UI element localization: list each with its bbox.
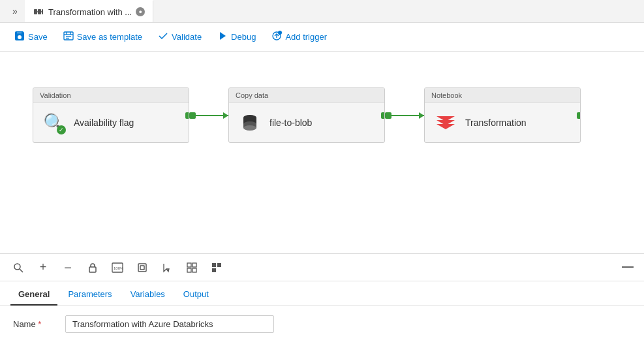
node-copy-label: file-to-blob <box>269 118 312 128</box>
blob-icon <box>238 111 262 134</box>
svg-rect-2 <box>42 9 43 14</box>
svg-point-20 <box>243 125 256 131</box>
zoom-out-tool[interactable]: − <box>60 260 76 275</box>
svg-line-25 <box>20 269 23 272</box>
node-copy-body: file-to-blob <box>229 103 384 142</box>
save-as-template-label: Save as template <box>77 32 142 42</box>
tab-variables[interactable]: Variables <box>123 284 173 306</box>
debug-button[interactable]: Debug <box>211 27 262 46</box>
databricks-icon <box>434 111 457 134</box>
debug-icon <box>217 31 228 43</box>
svg-marker-11 <box>220 32 226 40</box>
name-input[interactable] <box>65 315 274 333</box>
svg-rect-36 <box>217 263 221 267</box>
svg-rect-29 <box>138 264 146 272</box>
svg-rect-30 <box>140 266 144 270</box>
bottom-panel: General Parameters Variables Output Name… <box>0 281 644 361</box>
node-validation-body: 🔍 ✓ Availability flag <box>33 103 189 142</box>
arrow-head-2 <box>419 112 424 119</box>
select-tool[interactable] <box>159 260 175 275</box>
trigger-icon: + <box>271 31 282 43</box>
svg-point-24 <box>14 264 20 270</box>
template-icon <box>63 31 74 43</box>
nav-toggle[interactable]: » <box>5 0 25 23</box>
save-button[interactable]: Save <box>8 27 54 46</box>
node-notebook[interactable]: Notebook Transformation <box>424 87 581 143</box>
arrow-2 <box>385 115 424 116</box>
validate-label: Validate <box>172 32 202 42</box>
node-validation[interactable]: Validation 🔍 ✓ Availability flag <box>33 87 189 143</box>
zoom-in-tool[interactable]: + <box>35 260 51 275</box>
connector-start-2 <box>385 112 391 119</box>
tab-label: Transformation with ... <box>48 7 132 17</box>
layers-tool[interactable] <box>209 260 224 275</box>
canvas-area[interactable]: Validation 🔍 ✓ Availability flag Copy da… <box>0 52 644 254</box>
fit-canvas-tool[interactable] <box>134 260 150 275</box>
fit-page-tool[interactable]: 100% <box>110 260 125 275</box>
svg-rect-5 <box>64 32 73 40</box>
search-tool[interactable] <box>10 260 26 275</box>
svg-rect-34 <box>192 268 196 272</box>
required-star: * <box>38 319 41 329</box>
svg-text:100%: 100% <box>114 266 123 270</box>
arrange-tool[interactable] <box>184 260 200 275</box>
node-copy-header: Copy data <box>229 88 384 103</box>
add-trigger-label: Add trigger <box>285 32 327 42</box>
svg-rect-33 <box>187 268 191 272</box>
panel-content: Name * <box>0 306 644 342</box>
name-form-row: Name * <box>13 315 631 333</box>
connector-dot-right-n <box>577 112 581 119</box>
tab-general[interactable]: General <box>10 284 57 306</box>
svg-rect-26 <box>89 267 96 272</box>
minimize-button[interactable]: — <box>622 260 634 275</box>
tab-bar: » Transformation with ... ● <box>0 0 644 23</box>
toolbar: Save Save as template Validate <box>0 23 644 52</box>
arrow-head-1 <box>223 112 228 119</box>
node-validation-label: Availability flag <box>74 118 134 128</box>
debug-label: Debug <box>231 32 256 42</box>
node-notebook-header: Notebook <box>425 88 580 103</box>
connector-start-1 <box>189 112 196 119</box>
validate-icon <box>158 31 168 43</box>
svg-rect-1 <box>38 9 41 14</box>
check-badge: ✓ <box>57 125 66 134</box>
panel-tabs: General Parameters Variables Output <box>0 281 644 306</box>
svg-rect-37 <box>212 268 216 272</box>
node-validation-header: Validation <box>33 88 189 103</box>
name-label: Name * <box>13 319 52 329</box>
tab-parameters[interactable]: Parameters <box>60 284 119 306</box>
pipeline-container: Validation 🔍 ✓ Availability flag Copy da… <box>33 87 581 143</box>
add-trigger-button[interactable]: + Add trigger <box>265 27 333 46</box>
node-notebook-body: Transformation <box>425 103 580 142</box>
svg-rect-32 <box>192 263 196 267</box>
lock-tool[interactable] <box>85 260 100 275</box>
svg-rect-35 <box>212 263 216 267</box>
save-icon <box>14 31 25 43</box>
node-copy[interactable]: Copy data file-to-blob <box>228 87 385 143</box>
node-notebook-label: Transformation <box>465 118 527 128</box>
pipeline-tab-icon <box>33 6 44 18</box>
save-as-template-button[interactable]: Save as template <box>57 27 149 46</box>
tab-output[interactable]: Output <box>176 284 217 306</box>
pipeline-tab[interactable]: Transformation with ... ● <box>25 0 153 22</box>
validate-button[interactable]: Validate <box>151 27 208 46</box>
tab-modified[interactable]: ● <box>136 7 145 16</box>
svg-rect-0 <box>34 9 37 14</box>
availability-icon: 🔍 ✓ <box>42 111 66 134</box>
svg-rect-31 <box>187 263 191 267</box>
arrow-1 <box>189 115 228 116</box>
save-label: Save <box>28 32 48 42</box>
canvas-toolbar: + − 100% <box>0 254 644 281</box>
